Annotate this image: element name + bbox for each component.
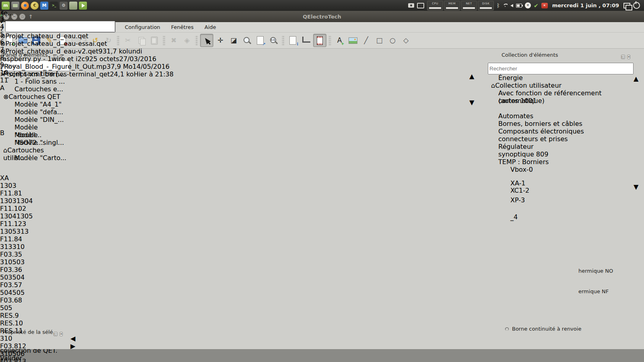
- wire-label-top: 504: [12, 274, 25, 281]
- close-panel-icon[interactable]: ✕: [60, 332, 63, 336]
- file-row-royal-blood-figure-it-out-mp3[interactable]: ♪Royal_Blood_-_Figure_It_Out.mp37,9 Mo14…: [0, 63, 644, 70]
- close-circle-icon[interactable]: ✕: [525, 2, 531, 8]
- label: XC1-2: [510, 187, 529, 194]
- collection-item-fragment[interactable]: ermique NF: [578, 288, 609, 294]
- bluetooth-icon[interactable]: ᛒ: [497, 3, 500, 8]
- file-row-projet-chateau-d-eau-v2-qet[interactable]: ⊗Projet_chateau_d_eau-v2.qet931,7 kolund…: [0, 47, 644, 55]
- terminal-10[interactable]: RES.10: [0, 319, 33, 327]
- file-row-script-xml-bornes-terminal-qet[interactable]: >_script_xml_bornes-terminal_qet24,1 koH…: [0, 70, 644, 78]
- power-icon[interactable]: [633, 2, 640, 9]
- tree-item-automates[interactable]: Automates: [488, 112, 640, 120]
- scroll-down-icon[interactable]: ▼: [469, 99, 474, 106]
- tree-item-cartes-1001[interactable]: cartes 1001: [488, 97, 640, 105]
- cpu-monitor[interactable]: CPU: [427, 1, 443, 10]
- terminal-5[interactable]: F03.35: [0, 251, 33, 258]
- collection-item-fragment[interactable]: hermique NO: [578, 268, 613, 274]
- tree-item-collection-utilisateur[interactable]: ⌂Collection utilisateur: [488, 82, 640, 89]
- terminal-function-label: F03.5: [0, 281, 18, 289]
- terminal-4[interactable]: F11.84: [0, 235, 33, 243]
- money-app-launcher[interactable]: €: [31, 2, 39, 10]
- terminal-3[interactable]: F11.123: [0, 220, 33, 228]
- collection-item-borne[interactable]: Borne continuité à renvoie: [505, 326, 581, 332]
- terminal-launcher[interactable]: >_: [50, 2, 58, 10]
- wire-label-bottom: 310: [0, 258, 12, 266]
- vertical-scrollbar-thumb[interactable]: [469, 80, 476, 99]
- wifi-icon[interactable]: [503, 4, 508, 7]
- scroll-down-icon[interactable]: ▼: [634, 183, 638, 191]
- tree-item-connecteurs-et-prises[interactable]: connecteurs et prises: [488, 135, 640, 143]
- screenshot-icon[interactable]: [408, 3, 414, 8]
- tree-item-vbox-0[interactable]: Vbox-0: [488, 166, 640, 179]
- terminal-7[interactable]: F03.57: [0, 281, 33, 289]
- battery-icon[interactable]: [516, 4, 522, 8]
- clock[interactable]: mercredi 1 juin , 07:09: [552, 2, 619, 8]
- scroll-left-icon[interactable]: ◀: [70, 335, 75, 342]
- terminal-function-label: F11.8: [0, 189, 18, 197]
- collection-scrollbar-thumb[interactable]: [634, 82, 640, 183]
- settings-app-launcher[interactable]: ⚙: [60, 2, 68, 10]
- net-monitor[interactable]: NET: [461, 1, 477, 10]
- file-size: 7,9 Mo: [111, 63, 132, 70]
- label: Régulateur: [498, 143, 534, 150]
- label: Bornes, borniers et câbles: [498, 120, 582, 128]
- terminal-9[interactable]: RES.9: [0, 312, 33, 319]
- workspaces-icon[interactable]: [623, 3, 630, 8]
- media-player-launcher[interactable]: [79, 2, 87, 10]
- file-manager-launcher[interactable]: [69, 2, 77, 10]
- disk-monitor[interactable]: DISK: [478, 1, 494, 10]
- terminal-8[interactable]: F03.68: [0, 296, 33, 304]
- wiki-app-launcher[interactable]: M: [40, 2, 48, 10]
- terminal-2[interactable]: F11.102: [0, 205, 33, 212]
- file-row-raspberry-py-1wire-et-i2c[interactable]: raspberry py - 1wire et i2c925 octets27/…: [0, 55, 644, 63]
- tree-item-synoptique-809[interactable]: synoptique 809: [488, 150, 640, 158]
- terminal-strip[interactable]: 1303F11.8113031304F11.10213041305F11.123…: [0, 182, 33, 362]
- wire-label-bottom: 1304: [0, 212, 17, 220]
- file-date: 14/05/2016: [132, 63, 169, 70]
- terminal-strip-label-box[interactable]: XA: [0, 174, 33, 182]
- wire-label-top: 310: [12, 243, 25, 251]
- collection-scrollbar[interactable]: ▲ ▼: [634, 75, 640, 334]
- firefox-launcher[interactable]: [21, 2, 29, 10]
- tree-item-4[interactable]: _4: [488, 213, 640, 232]
- tree-item-xp-3[interactable]: XP-3: [488, 196, 640, 213]
- tree-item-item[interactable]: [488, 105, 640, 112]
- label: cartes 1001: [498, 97, 537, 105]
- tree-item-xc1-2[interactable]: XC1-2: [488, 187, 640, 196]
- tree-item-composants-lectroniques[interactable]: Composants électroniques: [488, 128, 640, 135]
- qet-icon: ⊗: [0, 47, 5, 55]
- scroll-right-icon[interactable]: ▶: [70, 342, 75, 350]
- messages-icon[interactable]: ✕: [541, 3, 548, 8]
- undock-icon[interactable]: ◱: [54, 332, 58, 336]
- tree-item-bornes-borniers-et-c-bles[interactable]: Bornes, borniers et câbles: [488, 120, 640, 128]
- terminal-6[interactable]: F03.36: [0, 266, 33, 274]
- terminal-number: 4: [18, 235, 22, 243]
- row-ruler-a: A: [0, 84, 33, 129]
- file-name: Projet_chateau_d_eau-v2.qet: [5, 47, 98, 55]
- xref-format-entry[interactable]: [5, 21, 115, 32]
- tree-item-avec-fonction-de-r-f-rencement-automatique[interactable]: Avec fonction de référencement (automati…: [488, 89, 640, 97]
- shield-icon[interactable]: ✔: [534, 2, 539, 9]
- terminal-1[interactable]: F11.81: [0, 189, 33, 197]
- terminal-12[interactable]: F03.812: [0, 342, 33, 350]
- mem-monitor[interactable]: MEM: [444, 1, 460, 10]
- system-tray: CPUMEMNETDISK ᛒ ✕ ✔ ✕ mercredi 1 juin , …: [408, 1, 644, 10]
- tree-item-xa-1[interactable]: XA-1: [488, 179, 640, 187]
- label: TEMP : Borniers: [498, 158, 549, 166]
- file-date: 27/03/2016: [119, 55, 156, 63]
- tree-item-temp-borniers[interactable]: TEMP : Borniers: [488, 158, 640, 166]
- mint-menu-launcher[interactable]: m: [2, 2, 10, 10]
- terminal-13[interactable]: F03.813: [0, 358, 33, 362]
- terminal-11[interactable]: RES.11: [0, 327, 33, 335]
- audio-icon: ♪: [0, 17, 4, 25]
- volume-icon[interactable]: [510, 4, 513, 7]
- horizontal-scrollbar[interactable]: ◀ ▶: [70, 335, 469, 341]
- file-row-projet-chateau-d-eau-essai-qet[interactable]: ⊗Projet_chateau_d_eau-essai.qet: [0, 40, 644, 47]
- tree-item-r-gulateur[interactable]: Régulateur: [488, 143, 640, 150]
- wire-label-bottom: 505: [0, 304, 12, 312]
- display-icon[interactable]: [417, 3, 424, 8]
- vertical-scrollbar[interactable]: ▲ ▼: [469, 72, 476, 334]
- file-row-projet-chateau-d-eau-qet[interactable]: ⊗Projet_chateau_d_eau.qet: [0, 32, 644, 40]
- wire-label-bottom: 1303: [0, 197, 17, 205]
- wire-label-top: 1303: [0, 182, 17, 189]
- show-desktop-launcher[interactable]: [11, 2, 19, 10]
